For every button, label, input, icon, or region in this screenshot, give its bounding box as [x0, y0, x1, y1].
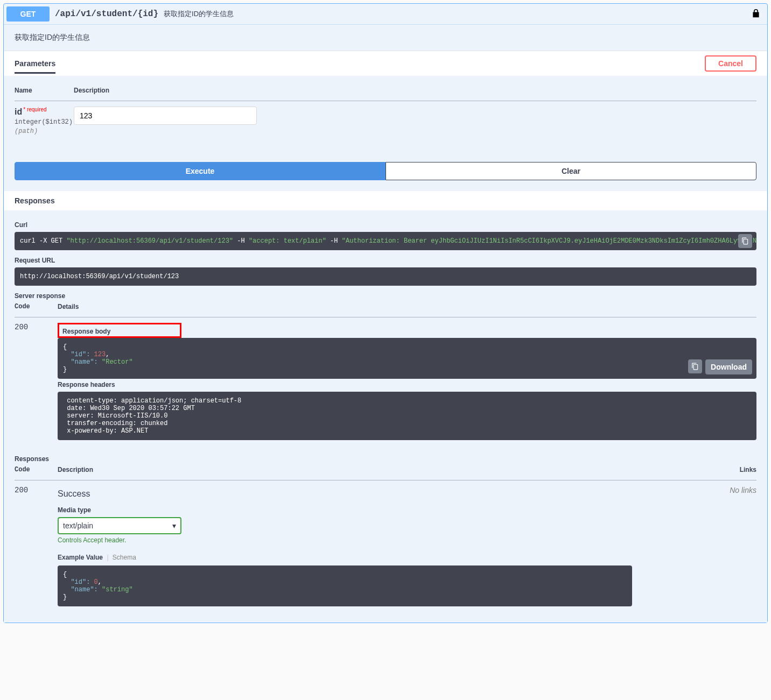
request-url-label: Request URL: [15, 257, 756, 264]
execute-wrapper: Execute Clear: [4, 151, 767, 191]
opblock-get: GET /api/v1/student/{id} 获取指定ID的学生信息 获取指…: [3, 3, 768, 623]
param-name: id: [15, 107, 22, 116]
param-type: integer($int32): [15, 118, 73, 126]
response-body-block: { "id": 123, "name": "Rector" }Download: [58, 338, 756, 379]
tab-schema[interactable]: Schema: [113, 554, 136, 561]
accept-hint: Controls Accept header.: [58, 536, 632, 544]
endpoint-path: /api/v1/student/{id}: [50, 9, 164, 19]
parameter-row: id* required integer($int32) (path): [15, 101, 756, 140]
media-type-value: text/plain: [63, 521, 93, 530]
no-links: No links: [632, 480, 756, 612]
response-row-200: 200 Response body { "id": 123, "name": "…: [15, 317, 756, 452]
example-block: { "id": 0, "name": "string" }: [58, 565, 632, 606]
responses-spec-title: Responses: [15, 455, 756, 463]
responses-title: Responses: [15, 196, 756, 205]
chevron-down-icon: ▾: [172, 521, 176, 530]
th-links-spec: Links: [632, 466, 756, 480]
method-badge: GET: [6, 6, 50, 22]
parameters-header: Parameters Cancel: [4, 51, 767, 76]
download-button[interactable]: Download: [705, 359, 752, 374]
media-type-select[interactable]: text/plain ▾: [58, 517, 181, 534]
th-details: Details: [58, 303, 756, 317]
tab-example-value[interactable]: Example Value: [58, 554, 103, 561]
spec-code: 200: [15, 480, 58, 612]
copy-curl-button[interactable]: [738, 234, 752, 248]
opblock-description: 获取指定ID的学生信息: [4, 25, 767, 51]
response-code: 200: [15, 317, 58, 452]
th-name: Name: [15, 87, 74, 101]
server-response-label: Server response: [15, 292, 756, 300]
th-code-spec: Code: [15, 466, 58, 480]
param-in: (path): [15, 128, 38, 135]
spec-row-200: 200 Success Media type text/plain ▾ Cont…: [15, 480, 756, 612]
cancel-button[interactable]: Cancel: [705, 55, 756, 72]
clear-button[interactable]: Clear: [386, 162, 756, 180]
th-description-spec: Description: [58, 466, 632, 480]
th-description: Description: [74, 87, 756, 101]
curl-label: Curl: [15, 221, 756, 229]
responses-spec-table: Code Description Links 200 Success Media…: [15, 466, 756, 612]
execute-button[interactable]: Execute: [15, 162, 386, 180]
response-body-highlight: Response body: [58, 323, 181, 338]
response-body-label: Response body: [59, 324, 180, 336]
server-response-table: Code Details 200 Response body { "id": 1…: [15, 303, 756, 452]
responses-header-live: Responses: [4, 191, 767, 210]
parameters-tab[interactable]: Parameters: [15, 59, 55, 74]
th-code: Code: [15, 303, 58, 317]
copy-response-button[interactable]: [688, 359, 702, 373]
request-url-block: http://localhost:56369/api/v1/student/12…: [15, 267, 756, 286]
param-input-id[interactable]: [74, 107, 257, 125]
response-headers-label: Response headers: [58, 381, 756, 388]
curl-block: curl -X GET "http://localhost:56369/api/…: [15, 232, 756, 250]
success-text: Success: [58, 489, 632, 499]
parameters-table: Name Description id* required integer($i…: [15, 87, 756, 140]
opblock-summary[interactable]: GET /api/v1/student/{id} 获取指定ID的学生信息: [4, 4, 767, 25]
lock-icon[interactable]: [752, 9, 760, 20]
media-type-label: Media type: [58, 506, 632, 514]
live-response-container: Curl curl -X GET "http://localhost:56369…: [4, 210, 767, 623]
example-tabs: Example Value | Schema: [58, 554, 632, 561]
response-headers-block: content-type: application/json; charset=…: [58, 392, 756, 440]
parameters-container: Name Description id* required integer($i…: [4, 76, 767, 151]
endpoint-summary: 获取指定ID的学生信息: [164, 9, 234, 19]
required-star: * required: [22, 107, 46, 112]
